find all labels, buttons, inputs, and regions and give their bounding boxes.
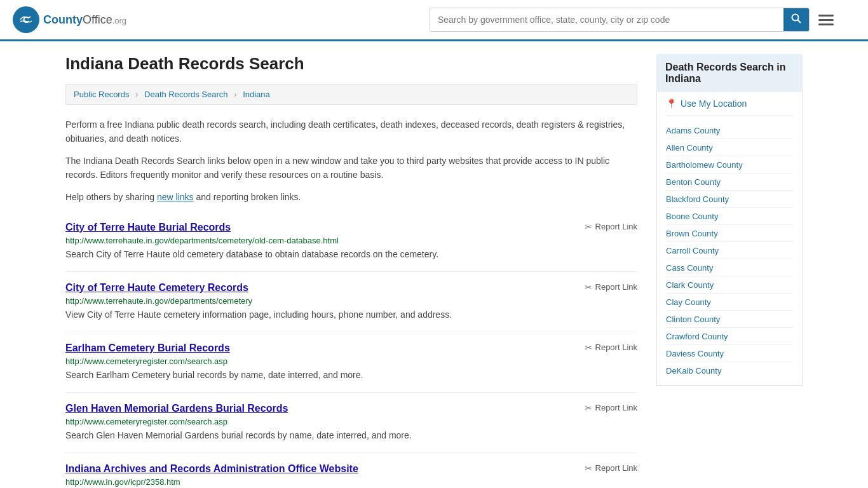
report-icon: ✂ [585, 463, 592, 473]
sidebar-county-link[interactable]: Bartholomew County [666, 160, 743, 170]
search-area [430, 8, 836, 32]
description-post-text: and reporting broken links. [194, 192, 301, 202]
menu-line-1 [818, 15, 834, 17]
breadcrumb-death-records-search[interactable]: Death Records Search [144, 90, 228, 99]
report-link-button[interactable]: ✂ Report Link [585, 282, 637, 292]
description-para-2: The Indiana Death Records Search links b… [65, 154, 637, 182]
result-title[interactable]: City of Terre Haute Burial Records [65, 222, 231, 233]
sidebar-county-link[interactable]: Brown County [666, 229, 718, 238]
result-description: Search City of Terre Haute old cemetery … [65, 248, 637, 261]
description-para-1: Perform a free Indiana public death reco… [65, 118, 637, 146]
report-link-button[interactable]: ✂ Report Link [585, 222, 637, 232]
svg-line-3 [798, 20, 801, 24]
logo[interactable]: C CountyOffice.org [13, 6, 126, 33]
list-item: Clay County [666, 294, 793, 311]
list-item: Clinton County [666, 311, 793, 328]
use-my-location-link[interactable]: Use My Location [681, 98, 747, 109]
result-description: View City of Terre Haute cemetery inform… [65, 308, 637, 322]
result-url: http://www.in.gov/icpr/2358.htm [65, 477, 637, 487]
search-bar-container [430, 8, 810, 32]
result-header: City of Terre Haute Burial Records ✂ Rep… [65, 222, 637, 233]
list-item: Benton County [666, 173, 793, 191]
sidebar-county-link[interactable]: Blackford County [666, 194, 729, 204]
result-url: http://www.cemeteryregister.com/search.a… [65, 417, 637, 426]
result-description: Search Earlham Cemetery burial records b… [65, 369, 637, 382]
sidebar-county-link[interactable]: Clay County [666, 297, 711, 307]
result-item: Indiana Archives and Records Administrat… [65, 453, 637, 488]
menu-line-3 [818, 24, 834, 25]
result-title[interactable]: City of Terre Haute Cemetery Records [65, 282, 248, 294]
report-icon: ✂ [585, 222, 592, 232]
breadcrumb-sep-2: › [234, 90, 236, 99]
svg-point-2 [792, 15, 799, 21]
result-title[interactable]: Indiana Archives and Records Administrat… [65, 463, 358, 475]
sidebar-county-link[interactable]: Allen County [666, 143, 713, 152]
sidebar-county-link[interactable]: Carroll County [666, 246, 719, 255]
report-icon: ✂ [585, 342, 592, 353]
search-button[interactable] [783, 8, 809, 31]
breadcrumb-public-records[interactable]: Public Records [74, 90, 129, 99]
sidebar-county-list: Adams CountyAllen CountyBartholomew Coun… [666, 122, 793, 379]
report-link-button[interactable]: ✂ Report Link [585, 403, 637, 413]
result-title[interactable]: Earlham Cemetery Burial Records [65, 342, 230, 354]
sidebar: Death Records Search in Indiana 📍 Use My… [656, 54, 803, 488]
report-link-label: Report Link [595, 463, 637, 473]
result-item: Earlham Cemetery Burial Records ✂ Report… [65, 332, 637, 393]
list-item: Allen County [666, 139, 793, 156]
svg-text:C: C [23, 15, 29, 25]
location-pin-icon: 📍 [666, 98, 677, 109]
logo-text: CountyOffice.org [43, 13, 126, 27]
sidebar-county-link[interactable]: Boone County [666, 212, 718, 221]
list-item: Clark County [666, 276, 793, 294]
sidebar-content: 📍 Use My Location Adams CountyAllen Coun… [656, 92, 803, 386]
result-url: http://www.terrehaute.in.gov/departments… [65, 296, 637, 306]
description-pre-text: Help others by sharing [65, 192, 157, 202]
sidebar-county-link[interactable]: Benton County [666, 177, 721, 187]
list-item: Bartholomew County [666, 156, 793, 173]
list-item: Daviess County [666, 345, 793, 362]
list-item: Cass County [666, 259, 793, 276]
sidebar-county-link[interactable]: Clark County [666, 280, 714, 290]
search-input[interactable] [430, 10, 783, 30]
sidebar-location: 📍 Use My Location [666, 98, 793, 116]
breadcrumb-sep-1: › [135, 90, 138, 99]
results-list: City of Terre Haute Burial Records ✂ Rep… [65, 212, 637, 488]
sidebar-county-link[interactable]: DeKalb County [666, 366, 721, 376]
result-url: http://www.cemeteryregister.com/search.a… [65, 356, 637, 366]
sidebar-county-link[interactable]: Clinton County [666, 315, 720, 324]
main-container: Indiana Death Records Search Public Reco… [53, 41, 815, 488]
result-header: City of Terre Haute Cemetery Records ✂ R… [65, 282, 637, 294]
page-title: Indiana Death Records Search [65, 54, 637, 74]
result-header: Earlham Cemetery Burial Records ✂ Report… [65, 342, 637, 354]
breadcrumb: Public Records › Death Records Search › … [65, 84, 637, 105]
list-item: Adams County [666, 122, 793, 139]
list-item: Carroll County [666, 242, 793, 259]
report-icon: ✂ [585, 282, 592, 292]
report-link-label: Report Link [595, 222, 637, 231]
result-header: Glen Haven Memorial Gardens Burial Recor… [65, 403, 637, 414]
report-icon: ✂ [585, 403, 592, 413]
result-url: http://www.terrehaute.in.gov/departments… [65, 236, 637, 245]
sidebar-header: Death Records Search in Indiana [656, 54, 803, 92]
site-header: C CountyOffice.org [0, 0, 868, 41]
sidebar-county-link[interactable]: Crawford County [666, 332, 728, 341]
result-item: City of Terre Haute Cemetery Records ✂ R… [65, 272, 637, 332]
menu-line-2 [818, 19, 834, 21]
list-item: DeKalb County [666, 362, 793, 379]
result-item: Glen Haven Memorial Gardens Burial Recor… [65, 393, 637, 453]
result-title[interactable]: Glen Haven Memorial Gardens Burial Recor… [65, 403, 288, 414]
new-links-link[interactable]: new links [157, 192, 194, 202]
result-description: Search Glen Haven Memorial Gardens buria… [65, 429, 637, 442]
sidebar-county-link[interactable]: Adams County [666, 126, 720, 135]
report-link-button[interactable]: ✂ Report Link [585, 342, 637, 353]
sidebar-county-link[interactable]: Cass County [666, 263, 713, 273]
report-link-button[interactable]: ✂ Report Link [585, 463, 637, 473]
content-area: Indiana Death Records Search Public Reco… [65, 54, 637, 488]
list-item: Boone County [666, 208, 793, 225]
report-link-label: Report Link [595, 282, 637, 292]
breadcrumb-indiana[interactable]: Indiana [243, 90, 270, 99]
result-item: City of Terre Haute Burial Records ✂ Rep… [65, 212, 637, 272]
description-para-3: Help others by sharing new links and rep… [65, 190, 637, 204]
sidebar-county-link[interactable]: Daviess County [666, 349, 724, 358]
hamburger-menu-button[interactable] [816, 12, 836, 28]
